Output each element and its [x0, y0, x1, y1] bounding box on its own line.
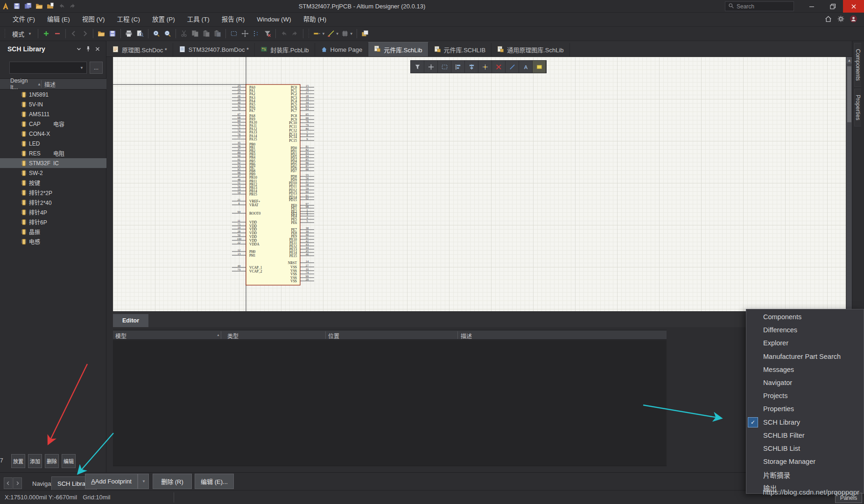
- canvas-vertical-scrollbar[interactable]: ▲: [846, 57, 852, 311]
- component-row-排针2*2P[interactable]: 排针2*2P: [0, 188, 106, 197]
- component-row-RES[interactable]: RES电阻: [0, 148, 106, 158]
- doc-tab-0[interactable]: 原理图.SchDoc *: [106, 43, 173, 56]
- panel-tab-scroll-left-icon[interactable]: [4, 477, 13, 489]
- snap-tool-icon[interactable]: [478, 61, 492, 73]
- model-table-header[interactable]: 模型类型位置描述▲: [113, 330, 667, 340]
- panels-menu-item-片断摘录[interactable]: 片断摘录: [746, 468, 864, 481]
- panels-button[interactable]: Panels: [835, 493, 862, 503]
- add-footprint-dropdown-icon[interactable]: ▼: [138, 474, 149, 489]
- filter-tool-icon[interactable]: [411, 61, 424, 73]
- align-dots-button[interactable]: [251, 28, 262, 39]
- open-button[interactable]: [96, 28, 107, 39]
- table-column-3[interactable]: 描述: [461, 332, 472, 340]
- user-icon[interactable]: [850, 15, 857, 25]
- doc-tab-6[interactable]: 通用原理图库.SchLib: [492, 43, 569, 56]
- mode-dropdown[interactable]: 模式▼: [8, 29, 35, 38]
- redo-button[interactable]: [67, 1, 78, 11]
- global-search-box[interactable]: Search: [725, 1, 794, 11]
- undo-button[interactable]: [56, 1, 67, 11]
- component-row-按键[interactable]: 按键: [0, 178, 106, 188]
- panels-menu-item-schlib-list[interactable]: SCHLIB List: [746, 442, 864, 455]
- menu-item-0[interactable]: 文件 (F): [7, 13, 41, 27]
- close-icon[interactable]: [93, 44, 102, 54]
- component-row-1N5891[interactable]: 1N5891: [0, 90, 106, 99]
- plus-button[interactable]: [41, 28, 52, 39]
- filter-clear-button[interactable]: [262, 28, 273, 39]
- table-column-0[interactable]: 模型: [115, 332, 126, 340]
- menu-item-8[interactable]: 帮助 (H): [297, 13, 333, 27]
- close-button[interactable]: [843, 0, 864, 13]
- panels-menu-item-components[interactable]: Components: [746, 310, 864, 323]
- component-list-header[interactable]: Design It...▲ 描述: [0, 78, 106, 90]
- column-divider[interactable]: [457, 331, 458, 339]
- delete-footprint-button[interactable]: 删除 (R): [153, 474, 192, 489]
- column-divider[interactable]: [221, 331, 221, 339]
- component-row-电感[interactable]: 电感: [0, 237, 106, 246]
- menu-item-6[interactable]: 报告 (R): [216, 13, 251, 27]
- select-rect-button[interactable]: [228, 28, 239, 39]
- print-preview-button[interactable]: [134, 28, 146, 39]
- panel-button-1[interactable]: 添加: [28, 454, 42, 468]
- dashed-tool-icon[interactable]: [438, 61, 451, 73]
- move-cross-button[interactable]: [239, 28, 251, 39]
- nav-left-button[interactable]: [68, 28, 79, 39]
- menu-item-3[interactable]: 工程 (C): [111, 13, 147, 27]
- open-doc-button[interactable]: [45, 1, 56, 11]
- panels-menu-item-schlib-filter[interactable]: SCHLIB Filter: [746, 429, 864, 442]
- minimize-button[interactable]: [801, 0, 822, 13]
- model-table-body[interactable]: [113, 340, 667, 466]
- component-row-5V-IN[interactable]: 5V-IN: [0, 99, 106, 109]
- ruler-button[interactable]: ▼: [326, 28, 340, 39]
- doc-tab-2[interactable]: 封装库.PcbLib: [255, 43, 315, 56]
- doc-tab-3[interactable]: Home Page: [315, 43, 369, 56]
- panel-button-0[interactable]: 放置: [11, 454, 25, 468]
- line-tool-icon[interactable]: [506, 61, 519, 73]
- nav-right-button[interactable]: [79, 28, 91, 39]
- component-row-排针6P[interactable]: 排针6P: [0, 217, 106, 227]
- component-row-SW-2[interactable]: SW-2: [0, 168, 106, 178]
- sheet-tool-icon[interactable]: [533, 61, 546, 73]
- paste-button[interactable]: [201, 28, 212, 39]
- component-row-CAP[interactable]: CAP电容: [0, 119, 106, 129]
- toolbar-drag-handle[interactable]: [4, 29, 7, 38]
- undo-button[interactable]: [278, 28, 289, 39]
- right-tab-components[interactable]: Components: [854, 43, 861, 87]
- table-column-1[interactable]: 类型: [227, 332, 239, 340]
- component-row-AMS111[interactable]: AMS111: [0, 109, 106, 119]
- component-row-STM32F[interactable]: STM32FIC: [0, 158, 106, 168]
- chevron-down-icon[interactable]: [74, 44, 84, 54]
- panel-tab-scroll-right-icon[interactable]: [13, 477, 22, 489]
- panels-menu-item-navigator[interactable]: Navigator: [746, 376, 864, 389]
- edit-footprint-button[interactable]: 编辑 (E)...: [195, 474, 234, 489]
- save-all-button[interactable]: [22, 1, 34, 11]
- grid-tool-button[interactable]: ▼: [340, 28, 354, 39]
- zoom-out-button[interactable]: [162, 28, 173, 39]
- panels-menu-item-sch-library[interactable]: ✓SCH Library: [746, 416, 864, 429]
- doc-tab-4[interactable]: 元件库.SchLib: [368, 42, 428, 56]
- align-left-tool-icon[interactable]: [451, 61, 465, 73]
- plus-tool-icon[interactable]: [424, 61, 438, 73]
- save-button[interactable]: [107, 28, 118, 39]
- pin-icon[interactable]: [84, 44, 93, 54]
- menu-item-4[interactable]: 放置 (P): [146, 13, 181, 27]
- print-button[interactable]: [123, 28, 134, 39]
- panel-button-3[interactable]: 编辑: [62, 454, 76, 468]
- scrollbar-thumb[interactable]: [847, 66, 851, 122]
- component-row-LED[interactable]: LED: [0, 139, 106, 148]
- component-row-晶振[interactable]: 晶振: [0, 227, 106, 237]
- menu-item-1[interactable]: 编辑 (E): [41, 13, 76, 27]
- panels-menu-item-explorer[interactable]: Explorer: [746, 336, 864, 350]
- paste-special-button[interactable]: [212, 28, 223, 39]
- more-button[interactable]: ...: [90, 62, 103, 74]
- menu-item-5[interactable]: 工具 (T): [181, 13, 216, 27]
- panels-menu-item-messages[interactable]: Messages: [746, 363, 864, 376]
- minus-button[interactable]: [52, 28, 63, 39]
- noerc-tool-icon[interactable]: [492, 61, 506, 73]
- component-row-排针2*40[interactable]: 排针2*40: [0, 197, 106, 207]
- component-row-排针4P[interactable]: 排针4P: [0, 207, 106, 217]
- restore-button[interactable]: [822, 0, 843, 13]
- save-button[interactable]: [11, 1, 22, 11]
- doc-tab-5[interactable]: 元件库.SCHLIB: [428, 43, 492, 56]
- gear-icon[interactable]: [837, 15, 845, 25]
- toolbar-drag-handle[interactable]: [308, 29, 310, 38]
